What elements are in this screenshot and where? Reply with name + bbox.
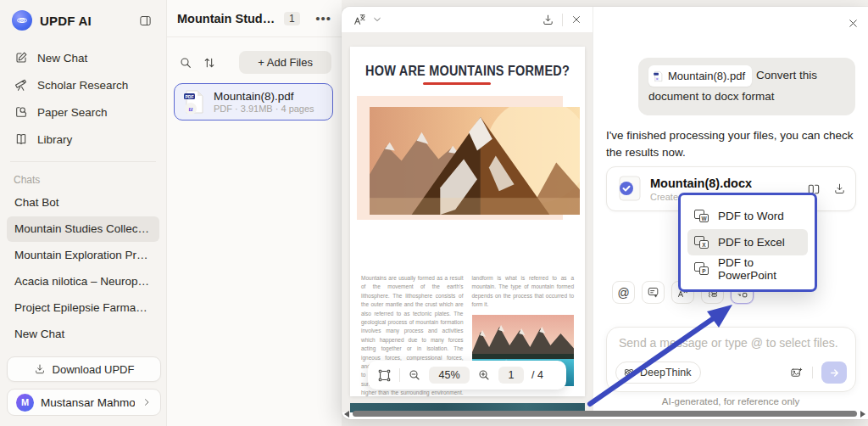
chat-item[interactable]: Mountain Exploration Project (7, 243, 159, 268)
attached-file-chip[interactable]: u Mountain(8).pdf (648, 65, 752, 87)
scroll-right-arrow[interactable] (860, 411, 865, 418)
sidebar-item-label: Library (37, 133, 72, 146)
at-icon: @ (617, 286, 629, 300)
menu-item-label: PDF to Word (718, 210, 784, 222)
send-button[interactable] (821, 362, 847, 384)
close-preview-icon[interactable] (570, 14, 582, 25)
attached-file-name: Mountain(8).pdf (668, 66, 745, 86)
doc-title-underline (423, 82, 491, 85)
file-list-panel: Mountain Studies C... 1 ••• + Add Files … (166, 0, 342, 426)
preview-and-chat-overlay: HOW ARE MOUNTAINS FORMED? (342, 7, 868, 419)
add-image-icon[interactable] (789, 367, 804, 379)
pdf-to-word-icon: W (694, 210, 709, 222)
horizontal-scrollbar[interactable] (344, 410, 865, 418)
avatar: M (16, 394, 34, 412)
pdf-page-1: HOW ARE MOUNTAINS FORMED? (350, 47, 585, 396)
message-input[interactable] (619, 336, 843, 350)
toolbar-divider (399, 368, 400, 382)
sidebar-item-scholar-research[interactable]: Scholar Research (0, 71, 166, 98)
doc-title: HOW ARE MOUNTAINS FORMED? (350, 63, 585, 78)
telescope-icon (14, 78, 28, 92)
file-item-texts: Mountain(8).pdf PDF · 3.91MB · 4 pages (214, 90, 314, 114)
sidebar-item-label: Scholar Research (37, 79, 128, 92)
zoom-out-icon[interactable] (408, 368, 421, 382)
search-icon[interactable] (179, 56, 192, 70)
current-page-input[interactable]: 1 (498, 367, 524, 384)
prompt-icon (647, 286, 659, 299)
sidebar-item-library[interactable]: Library (0, 126, 166, 153)
deepthink-toggle[interactable]: DeepThink (615, 362, 701, 384)
send-icon (829, 367, 840, 378)
download-pdf-icon[interactable] (542, 14, 554, 26)
sidebar-item-paper-search[interactable]: Paper Search (0, 98, 166, 126)
sidebar-item-label: Paper Search (37, 106, 108, 119)
menu-item-label: PDF to Excel (718, 236, 785, 249)
chat-item[interactable]: Project Epilepsie Farmacologi... (7, 295, 159, 321)
chat-item-selected[interactable]: Mountain Studies Collection (7, 216, 159, 242)
paper-search-icon (14, 105, 28, 119)
pdf-to-excel-icon: X (694, 236, 709, 249)
chat-item[interactable]: Acacia nilotica – Neuroprotec... (7, 269, 159, 294)
message-input-box: DeepThink (606, 327, 856, 392)
menu-item-pdf-to-excel[interactable]: X PDF to Excel (687, 229, 808, 255)
ai-disclaimer: AI-generated, for reference only (593, 396, 868, 406)
preview-header-actions (542, 14, 582, 26)
zoom-in-icon[interactable] (477, 368, 491, 382)
input-right-actions (789, 362, 847, 384)
zoom-level-value[interactable]: 45% (429, 367, 470, 384)
header-divider (562, 14, 563, 26)
fit-page-icon[interactable] (377, 368, 392, 383)
chat-item[interactable]: Chat Bot (7, 190, 159, 216)
add-files-button[interactable]: + Add Files (239, 51, 331, 74)
file-meta: PDF · 3.91MB · 4 pages (214, 104, 314, 114)
scrollbar-thumb[interactable] (353, 411, 857, 417)
chevron-down-icon[interactable] (372, 14, 382, 25)
close-chat-icon[interactable] (847, 17, 860, 30)
mountain-sunset-photo (370, 107, 580, 215)
collapse-sidebar-icon[interactable] (134, 10, 156, 31)
sidebar-nav: New Chat Scholar Research Paper Search L… (0, 44, 166, 153)
file-count-badge: 1 (284, 12, 300, 25)
download-icon (34, 363, 46, 375)
total-pages-label: / 4 (531, 369, 543, 381)
atom-icon (623, 367, 635, 378)
preview-zoom-toolbar: 45% 1 / 4 (368, 361, 566, 390)
svg-text:PDF: PDF (186, 94, 194, 99)
file-panel-toolbar: + Add Files (167, 37, 342, 74)
translate-icon[interactable] (352, 13, 367, 26)
chevron-right-icon (142, 397, 152, 407)
user-message-bubble: u Mountain(8).pdf Convert this document … (638, 58, 855, 115)
svg-text:u: u (188, 104, 192, 113)
pdf-chip-icon: u (653, 70, 664, 82)
pdf-file-icon: PDF u (182, 88, 206, 115)
ai-response-text: I've finished processing your files, you… (606, 127, 862, 162)
chat-item[interactable]: New Chat (7, 322, 159, 347)
pdf-preview-panel: HOW ARE MOUNTAINS FORMED? (342, 7, 593, 412)
collection-title: Mountain Studies C... (177, 12, 277, 25)
download-updf-button[interactable]: Download UPDF (7, 356, 161, 382)
preview-header (342, 7, 593, 32)
edit-icon (14, 51, 28, 64)
download-result-icon[interactable] (833, 182, 846, 195)
more-options-icon[interactable]: ••• (315, 11, 331, 25)
file-item-mountain8-pdf[interactable]: PDF u Mountain(8).pdf PDF · 3.91MB · 4 p… (174, 83, 333, 121)
menu-item-pdf-to-powerpoint[interactable]: P PDF to PowerPoint (687, 255, 808, 282)
prompt-templates-button[interactable] (642, 281, 665, 304)
sidebar-divider (10, 161, 156, 162)
mention-files-button[interactable]: @ (612, 281, 635, 304)
menu-item-pdf-to-word[interactable]: W PDF to Word (687, 203, 808, 229)
preview-body[interactable]: HOW ARE MOUNTAINS FORMED? (342, 32, 593, 412)
pdf-to-powerpoint-icon: P (694, 262, 709, 275)
sidebar-item-new-chat[interactable]: New Chat (0, 44, 166, 71)
user-account-button[interactable]: M Mustansar Mahmood (7, 389, 161, 416)
app-brand: UPDF AI (0, 0, 166, 36)
sort-icon[interactable] (203, 56, 216, 70)
input-divider (812, 367, 813, 378)
deepthink-label: DeepThink (640, 367, 691, 378)
docx-file-check-icon (616, 175, 642, 204)
doc-column-2-text: landform is what is referred to as a mou… (472, 275, 575, 307)
ai-chat-panel: u Mountain(8).pdf Convert this document … (593, 7, 868, 412)
scroll-left-arrow[interactable] (344, 411, 349, 418)
sidebar-item-label: New Chat (37, 52, 87, 64)
result-file-name: Mountain(8).docx (650, 177, 752, 190)
